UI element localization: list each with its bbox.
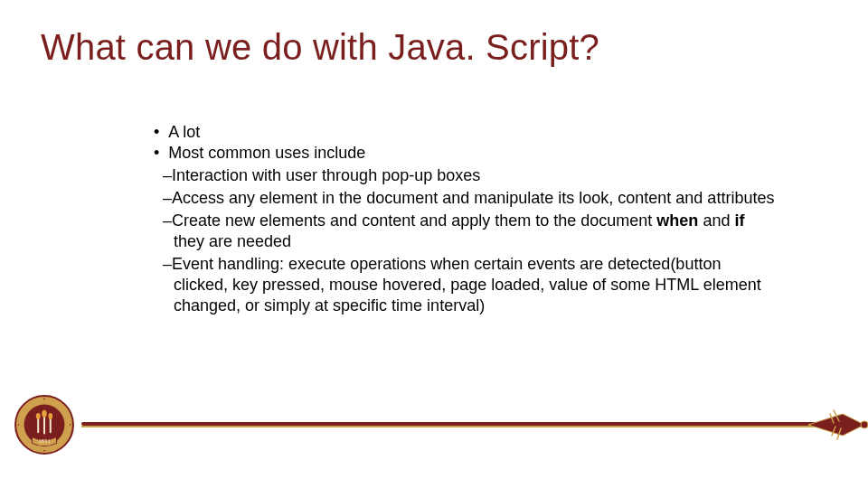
svg-point-11 <box>18 424 20 426</box>
bullet-level2: –Create new elements and content and app… <box>154 211 778 252</box>
bullet-text: Access any element in the document and m… <box>172 189 774 207</box>
bullet-level1: •Most common uses include <box>154 143 778 164</box>
svg-point-10 <box>43 450 45 452</box>
university-seal-icon: 1851 <box>14 394 75 455</box>
bullet-dot-icon: • <box>154 122 168 143</box>
bullet-text: Interaction with user through pop-up box… <box>172 166 480 184</box>
footer-divider-accent <box>81 426 854 427</box>
slide-body: •A lot •Most common uses include –Intera… <box>154 122 778 316</box>
bullet-level2: –Interaction with user through pop-up bo… <box>154 165 778 186</box>
bullet-text: they are needed <box>174 232 291 250</box>
svg-point-6 <box>36 413 41 419</box>
svg-point-0 <box>861 421 868 428</box>
bullet-level2: –Event handling: execute operations when… <box>154 254 778 316</box>
bullet-level2: –Access any element in the document and … <box>154 188 778 209</box>
bullet-text: Create new elements and content and appl… <box>172 211 656 230</box>
slide-title: What can we do with Java. Script? <box>41 27 599 68</box>
bullet-level1: •A lot <box>154 122 778 143</box>
bullet-text-bold: when <box>656 211 698 230</box>
bullet-text: Most common uses include <box>168 144 365 162</box>
svg-point-7 <box>42 410 46 418</box>
bullet-text: A lot <box>168 123 200 141</box>
seal-year: 1851 <box>38 437 51 444</box>
svg-point-9 <box>43 399 45 400</box>
slide: What can we do with Java. Script? •A lot… <box>0 0 868 488</box>
svg-point-8 <box>48 413 52 419</box>
bullet-text-bold: if <box>734 211 744 230</box>
bullet-text: Event handling: execute operations when … <box>172 255 761 314</box>
bullet-text: and <box>698 211 734 230</box>
svg-point-12 <box>70 424 71 426</box>
bullet-dot-icon: • <box>154 143 168 164</box>
spear-icon <box>807 405 868 445</box>
